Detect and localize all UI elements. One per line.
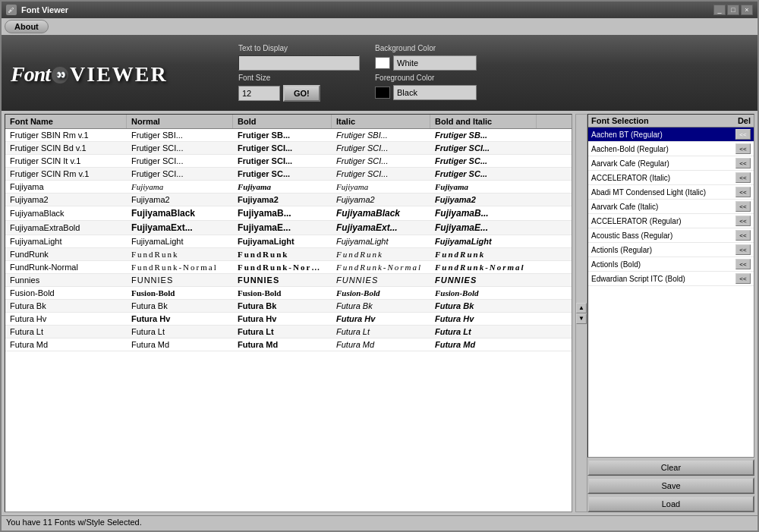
- cell-normal: FujiyamaLight: [127, 235, 233, 247]
- selection-remove-button[interactable]: <<: [735, 230, 751, 241]
- selection-remove-button[interactable]: <<: [735, 244, 751, 255]
- table-row[interactable]: Frutiger SBIN Rm v.1 Frutiger SBI... Fru…: [5, 129, 572, 142]
- foreground-color-select[interactable]: Black White Red Blue: [393, 85, 477, 100]
- list-item[interactable]: Aarvark Cafe (Italic) <<: [588, 200, 754, 214]
- table-row[interactable]: Futura Hv Futura Hv Futura Hv Futura Hv …: [5, 313, 572, 326]
- selection-remove-button[interactable]: <<: [735, 201, 751, 212]
- list-item[interactable]: Aachen-Bold (Regular) <<: [588, 142, 754, 156]
- selection-remove-button[interactable]: <<: [735, 259, 751, 269]
- title-bar: 🖋 Font Viewer _ □ ×: [2, 2, 757, 18]
- table-row[interactable]: Funnies FUNNIES FUNNIES FUNNIES FUNNIES: [5, 274, 572, 287]
- table-row[interactable]: Frutiger SCIN Bd v.1 Frutiger SCI... Fru…: [5, 142, 572, 155]
- cell-normal: Futura Lt: [127, 326, 233, 338]
- scroll-up-arrow[interactable]: ▲: [576, 303, 587, 313]
- table-row[interactable]: Fujiyama2 Fujiyama2 Fujiyama2 Fujiyama2 …: [5, 194, 572, 206]
- selection-item-label: Aarvark Cafe (Regular): [591, 159, 735, 168]
- selection-item-label: Acoustic Bass (Regular): [591, 231, 735, 240]
- save-button[interactable]: Save: [587, 477, 754, 494]
- controls-area: Text to Display Font Size 12 14 16 18 24…: [223, 44, 748, 102]
- maximize-button[interactable]: □: [727, 5, 739, 15]
- scroll-down-arrow[interactable]: ▼: [576, 313, 587, 324]
- selection-item-label: Aarvark Cafe (Italic): [591, 203, 735, 211]
- list-item[interactable]: Acoustic Bass (Regular) <<: [588, 228, 754, 243]
- table-row[interactable]: Futura Lt Futura Lt Futura Lt Futura Lt …: [5, 326, 572, 338]
- cell-italic: FujiyamaBlack: [332, 206, 430, 220]
- col-header-normal: Normal: [127, 115, 233, 128]
- cell-bold: FundRunk-Normal: [233, 261, 332, 273]
- table-row[interactable]: Frutiger SCIN It v.1 Frutiger SCI... Fru…: [5, 155, 572, 168]
- list-item[interactable]: ActionIs (Regular) <<: [588, 243, 754, 257]
- font-size-select[interactable]: 12 14 16 18 24 36: [238, 86, 280, 101]
- close-button[interactable]: ×: [741, 5, 753, 15]
- selection-list[interactable]: Aachen BT (Regular) << Aachen-Bold (Regu…: [588, 127, 754, 457]
- table-row[interactable]: FundRunk-Normal FundRunk-Normal FundRunk…: [5, 261, 572, 274]
- cell-italic: Futura Hv: [332, 313, 430, 325]
- table-row[interactable]: Futura Md Futura Md Futura Md Futura Md …: [5, 338, 572, 351]
- selection-remove-button[interactable]: <<: [735, 143, 751, 154]
- selection-item-label: ActionIs (Bold): [591, 260, 735, 269]
- col-header-italic: Italic: [332, 115, 430, 128]
- clear-button[interactable]: Clear: [587, 459, 754, 476]
- title-buttons: _ □ ×: [713, 5, 753, 15]
- cell-font-name: Fujiyama2: [5, 194, 127, 206]
- cell-bold-italic: Fujiyama2: [430, 194, 537, 206]
- font-size-controls: 12 14 16 18 24 36 GO!: [238, 85, 360, 102]
- table-row[interactable]: Futura Bk Futura Bk Futura Bk Futura Bk …: [5, 300, 572, 313]
- selection-remove-button[interactable]: <<: [735, 172, 751, 183]
- background-color-select[interactable]: White Black Red Blue: [393, 55, 477, 71]
- list-item[interactable]: Abadi MT Condensed Light (Italic) <<: [588, 185, 754, 200]
- cell-font-name: FujiyamaBlack: [5, 207, 127, 219]
- selection-remove-button[interactable]: <<: [735, 187, 751, 197]
- text-display-input[interactable]: [238, 55, 360, 71]
- logo-font-text: F: [11, 62, 24, 86]
- selection-remove-button[interactable]: <<: [735, 216, 751, 226]
- list-item[interactable]: Edwardian Script ITC (Bold) <<: [588, 272, 754, 286]
- cell-bold: FujiyamaB...: [233, 206, 332, 220]
- list-item[interactable]: ActionIs (Bold) <<: [588, 257, 754, 272]
- cell-font-name: Fusion-Bold: [5, 287, 127, 299]
- selection-title: Font Selection: [591, 116, 649, 125]
- table-row[interactable]: FujiyamaBlack FujiyamaBlack FujiyamaB...…: [5, 206, 572, 221]
- cell-font-name: Funnies: [5, 274, 127, 286]
- foreground-color-label: Foreground Color: [375, 74, 477, 82]
- table-row[interactable]: Frutiger SCIN Rm v.1 Frutiger SCI... Fru…: [5, 168, 572, 181]
- table-row[interactable]: FundRunk FundRunk FundRunk FundRunk Fund…: [5, 248, 572, 261]
- font-table: Font Name Normal Bold Italic Bold and It…: [5, 114, 572, 512]
- cell-bold-italic: FujiyamaE...: [430, 221, 537, 235]
- cell-font-name: Frutiger SCIN It v.1: [5, 155, 127, 167]
- about-button[interactable]: About: [5, 20, 49, 33]
- selection-item-label: ACCELERATOR (Italic): [591, 174, 735, 182]
- selection-remove-button[interactable]: <<: [735, 158, 751, 168]
- table-body: Frutiger SBIN Rm v.1 Frutiger SBI... Fru…: [5, 129, 572, 512]
- table-row[interactable]: Fujiyama Fujiyama Fujiyama Fujiyama Fuji…: [5, 181, 572, 194]
- list-item[interactable]: Aachen BT (Regular) <<: [588, 127, 754, 142]
- table-row[interactable]: FujiyamaExtraBold FujiyamaExt... Fujiyam…: [5, 221, 572, 235]
- cell-bold: Frutiger SC...: [233, 168, 332, 180]
- background-color-label: Background Color: [375, 44, 477, 52]
- cell-bold-italic: FUNNIES: [430, 274, 537, 286]
- selection-remove-button[interactable]: <<: [735, 273, 751, 284]
- foreground-color-preview: [375, 87, 390, 99]
- table-row[interactable]: FujiyamaLight FujiyamaLight FujiyamaLigh…: [5, 235, 572, 248]
- cell-bold-italic: Futura Md: [430, 338, 537, 351]
- table-row[interactable]: Fusion-Bold Fusion-Bold Fusion-Bold Fusi…: [5, 287, 572, 300]
- cell-normal: Frutiger SBI...: [127, 129, 233, 141]
- logo-viewer-text: VIEWER: [70, 62, 168, 86]
- go-button[interactable]: GO!: [283, 85, 320, 102]
- cell-bold-italic: Frutiger SC...: [430, 168, 537, 180]
- cell-normal: Fujiyama2: [127, 194, 233, 206]
- selection-remove-button[interactable]: <<: [735, 129, 751, 140]
- cell-bold-italic: Futura Hv: [430, 313, 537, 325]
- window-title: Font Viewer: [21, 5, 68, 14]
- cell-normal: Frutiger SCI...: [127, 168, 233, 180]
- minimize-button[interactable]: _: [713, 5, 726, 15]
- main-window: 🖋 Font Viewer _ □ × About Font👀VIEWER Te…: [0, 0, 759, 532]
- list-item[interactable]: ACCELERATOR (Regular) <<: [588, 214, 754, 228]
- load-button[interactable]: Load: [587, 496, 754, 512]
- list-item[interactable]: Aarvark Cafe (Regular) <<: [588, 156, 754, 171]
- cell-font-name: FujiyamaLight: [5, 235, 127, 247]
- cell-italic: Futura Bk: [332, 300, 430, 312]
- cell-bold-italic: Frutiger SB...: [430, 129, 537, 141]
- cell-italic: Frutiger SCI...: [332, 168, 430, 180]
- list-item[interactable]: ACCELERATOR (Italic) <<: [588, 171, 754, 185]
